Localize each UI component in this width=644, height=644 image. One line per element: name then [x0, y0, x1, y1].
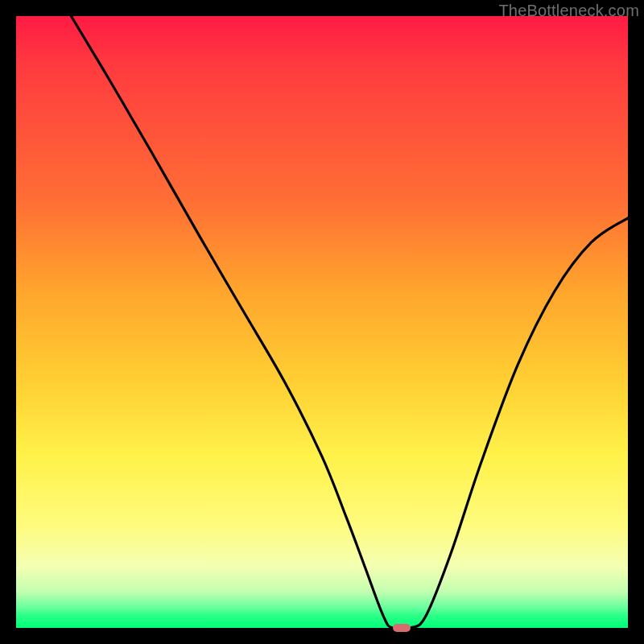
- bottleneck-marker: [393, 624, 411, 632]
- chart-frame: TheBottleneck.com: [0, 0, 644, 644]
- line-series: [16, 16, 628, 628]
- plot-area: [16, 16, 628, 628]
